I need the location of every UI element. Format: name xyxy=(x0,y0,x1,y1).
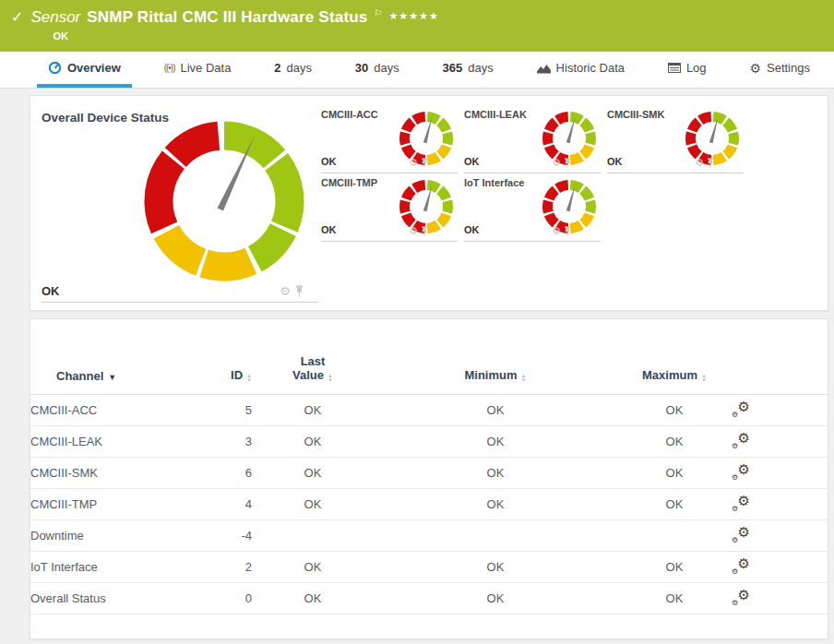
object-kind-label: Sensor xyxy=(30,7,80,28)
pin-icon[interactable] xyxy=(421,158,428,168)
pin-icon[interactable] xyxy=(707,158,714,168)
tile-icons: ⚙ xyxy=(409,157,428,168)
tile-icons: ⚙ xyxy=(695,157,714,168)
tab-30-days[interactable]: 30days xyxy=(344,52,411,88)
header-label: Channel xyxy=(56,369,103,383)
gear-icon[interactable]: ⚙ xyxy=(409,225,418,236)
gear-icon[interactable]: ⚙ xyxy=(280,286,291,297)
gauge-tile-iot-interface: IoT InterfaceOK⚙ xyxy=(464,173,601,242)
column-header-min[interactable]: Minimum▲▼ xyxy=(374,349,617,395)
column-header-channel[interactable]: Channel▼ xyxy=(30,349,195,395)
tab-365-days[interactable]: 365days xyxy=(432,52,505,88)
page-title: SNMP Rittal CMC III Hardware Status xyxy=(87,7,367,28)
tab-2-days[interactable]: 2days xyxy=(263,52,323,88)
sensor-titles: Sensor SNMP Rittal CMC III Hardware Stat… xyxy=(30,7,438,42)
header-label: ID xyxy=(231,368,243,382)
maximum-cell: OK xyxy=(617,583,732,614)
gear-icon-small: ⚙ xyxy=(732,442,738,450)
tile-icons: ⚙ xyxy=(552,225,571,236)
priority-stars[interactable]: ★★★★★ xyxy=(389,6,439,26)
live-icon: ((•)) xyxy=(164,63,175,73)
header-line: Last xyxy=(252,354,374,368)
tab-label: days xyxy=(374,61,399,75)
tile-title: CMCIII-SMK xyxy=(607,109,664,120)
tile-title: CMCIII-ACC xyxy=(321,109,378,120)
gauge-tile-cmciii-acc: CMCIII-ACCOK⚙ xyxy=(321,105,458,173)
sort-icon: ▲▼ xyxy=(701,374,707,383)
tab-number: 30 xyxy=(355,61,368,75)
overall-tile-status: OK xyxy=(42,284,60,298)
channel-name-cell: CMCIII-LEAK xyxy=(30,426,195,458)
tab-log[interactable]: Log xyxy=(657,52,718,88)
column-header-max[interactable]: Maximum▲▼ xyxy=(617,349,732,395)
minimum-cell: OK xyxy=(374,395,617,426)
last-value-cell: OK xyxy=(252,395,374,426)
pin-icon[interactable] xyxy=(295,285,304,297)
channel-id-cell: 6 xyxy=(195,458,252,489)
minimum-cell: OK xyxy=(374,583,617,614)
gear-icon: ⚙ xyxy=(738,430,750,447)
table-row: Overall Status0OKOKOK⚙⚙ xyxy=(30,583,829,614)
gear-icon: ⚙ xyxy=(749,62,761,75)
column-header-id[interactable]: ID▲▼ xyxy=(195,349,252,395)
tab-live-data[interactable]: ((•))Live Data xyxy=(153,52,243,88)
channel-id-cell: -4 xyxy=(195,520,252,552)
gear-icon[interactable]: ⚙ xyxy=(552,225,561,236)
maximum-cell xyxy=(617,520,732,552)
pin-icon[interactable] xyxy=(421,226,428,236)
tab-label: days xyxy=(468,61,493,75)
status-check-icon: ✓ xyxy=(11,8,23,27)
minimum-cell: OK xyxy=(374,426,617,458)
channel-settings-button[interactable]: ⚙⚙ xyxy=(732,526,750,543)
tile-icons: ⚙ xyxy=(552,157,571,168)
tile-title: CMCIII-LEAK xyxy=(464,109,527,120)
channel-name-cell: Downtime xyxy=(30,520,195,552)
tab-settings[interactable]: ⚙Settings xyxy=(738,52,821,88)
gauge-tile-cmciii-leak: CMCIII-LEAKOK⚙ xyxy=(464,105,601,173)
pin-icon[interactable] xyxy=(564,226,571,236)
sensor-header: ✓ Sensor SNMP Rittal CMC III Hardware St… xyxy=(0,0,834,52)
sort-icon: ▲▼ xyxy=(246,374,252,383)
gear-icon-small: ⚙ xyxy=(732,599,738,607)
table-row: CMCIII-TMP4OKOKOK⚙⚙ xyxy=(30,489,829,520)
gear-glyph: ⚙ xyxy=(749,62,761,75)
tile-status: OK xyxy=(607,156,623,167)
maximum-cell: OK xyxy=(617,458,732,489)
channel-settings-button[interactable]: ⚙⚙ xyxy=(732,557,750,574)
gear-icon: ⚙ xyxy=(738,399,750,415)
channel-settings-button[interactable]: ⚙⚙ xyxy=(732,589,750,605)
minimum-cell xyxy=(374,520,617,552)
channel-settings-button[interactable]: ⚙⚙ xyxy=(732,400,750,417)
maximum-cell: OK xyxy=(617,552,732,583)
tab-historic-data[interactable]: Historic Data xyxy=(526,52,636,88)
gear-icon[interactable]: ⚙ xyxy=(552,157,561,168)
gear-icon[interactable]: ⚙ xyxy=(409,157,418,168)
gear-icon[interactable]: ⚙ xyxy=(695,157,704,168)
gear-icon: ⚙ xyxy=(738,555,750,572)
sort-icon: ▲▼ xyxy=(328,374,333,383)
last-value-cell: OK xyxy=(252,583,374,614)
channel-name-cell: CMCIII-TMP xyxy=(30,489,195,520)
column-header-last[interactable]: LastValue▲▼ xyxy=(252,349,374,395)
channel-name-cell: CMCIII-SMK xyxy=(30,458,195,489)
table-row: IoT Interface2OKOKOK⚙⚙ xyxy=(30,552,829,583)
channel-settings-button[interactable]: ⚙⚙ xyxy=(732,495,750,511)
channels-panel: Channel▼ID▲▼LastValue▲▼Minimum▲▼Maximum▲… xyxy=(30,318,828,639)
tile-status: OK xyxy=(464,156,480,167)
table-row: CMCIII-SMK6OKOKOK⚙⚙ xyxy=(30,458,829,489)
channel-settings-button[interactable]: ⚙⚙ xyxy=(732,432,750,448)
pin-icon[interactable] xyxy=(564,158,571,168)
flag-icon[interactable]: ⚐ xyxy=(375,4,383,24)
channel-settings-cell: ⚙⚙ xyxy=(732,552,829,583)
header-label: Maximum xyxy=(642,368,697,382)
tile-title: CMCIII-TMP xyxy=(321,177,377,188)
chart-icon xyxy=(537,63,551,74)
gauge-tile-cmciii-tmp: CMCIII-TMPOK⚙ xyxy=(321,173,458,242)
table-row: CMCIII-ACC5OKOKOK⚙⚙ xyxy=(30,395,829,426)
column-header-gear xyxy=(732,349,829,395)
tab-overview[interactable]: Overview xyxy=(37,52,132,88)
last-value-cell: OK xyxy=(252,426,374,458)
last-value-cell: OK xyxy=(252,489,374,520)
gauges-panel: Overall Device Status OK ⚙ CMCIII-ACCOK⚙… xyxy=(30,95,828,311)
channel-settings-button[interactable]: ⚙⚙ xyxy=(732,463,750,480)
